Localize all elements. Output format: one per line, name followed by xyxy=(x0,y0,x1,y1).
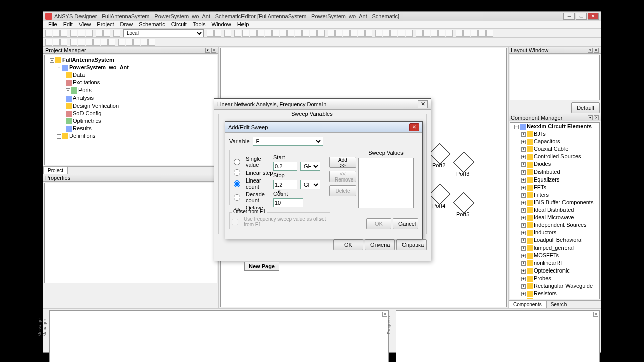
tree-root[interactable]: −FullAntennaSystem xyxy=(46,56,216,64)
comp-item[interactable]: +Filters xyxy=(510,191,599,199)
tool-s-icon[interactable] xyxy=(350,30,357,37)
decade-count-radio[interactable] xyxy=(234,194,240,201)
comp-item[interactable]: +FETs xyxy=(510,184,599,191)
port3[interactable]: Port3 xyxy=(456,155,471,177)
menu-help[interactable]: Help xyxy=(234,21,252,28)
project-tree[interactable]: −FullAntennaSystem −PowerSystem_wo_Ant D… xyxy=(44,55,217,165)
tool-o-icon[interactable] xyxy=(317,30,325,37)
comp-item[interactable]: +Ideal Microwave xyxy=(510,214,599,221)
comp-item[interactable]: +lumped_general xyxy=(510,244,599,252)
sweep-values-list[interactable] xyxy=(358,158,414,208)
tool-x-icon[interactable] xyxy=(390,30,397,37)
comp-item[interactable]: +Distributed xyxy=(510,168,599,176)
comp-item[interactable]: +Resistors xyxy=(510,290,599,297)
tree-designverif[interactable]: Design Verification xyxy=(46,102,216,110)
rect-icon[interactable] xyxy=(93,39,100,46)
comp-item[interactable]: +Capacitors xyxy=(510,138,599,145)
pan-icon[interactable] xyxy=(53,39,60,46)
offset-checkbox[interactable] xyxy=(232,219,238,225)
comp-item[interactable]: +Controlled Sources xyxy=(510,153,599,160)
comp-item[interactable]: +Optoelectronic xyxy=(510,267,599,275)
stop-unit-select[interactable]: GHz xyxy=(300,180,320,189)
menu-file[interactable]: File xyxy=(45,21,60,28)
help-button[interactable]: Справка xyxy=(396,239,427,250)
arc-icon[interactable] xyxy=(78,39,85,46)
close-button[interactable]: ✕ xyxy=(588,13,599,20)
tool-y-icon[interactable] xyxy=(398,30,405,37)
expand-icon[interactable]: + xyxy=(66,88,70,93)
start-input[interactable] xyxy=(273,162,297,171)
cut-icon[interactable] xyxy=(70,30,77,37)
tool-ad-icon[interactable] xyxy=(438,30,445,37)
comp-item[interactable]: +Diodes xyxy=(510,160,599,168)
tab-project[interactable]: Project xyxy=(43,167,68,174)
text-icon[interactable] xyxy=(108,39,115,46)
tab-components[interactable]: Components xyxy=(509,301,546,308)
select-icon[interactable] xyxy=(45,39,52,46)
minimize-button[interactable]: ─ xyxy=(564,13,575,20)
delete-button[interactable]: Delete xyxy=(329,185,356,196)
tool-l-icon[interactable] xyxy=(295,30,302,37)
tool-ab-icon[interactable] xyxy=(423,30,430,37)
tool-ah-icon[interactable] xyxy=(471,30,478,37)
panel-pin-icon[interactable]: ▾ xyxy=(588,48,593,53)
new-icon[interactable] xyxy=(45,30,52,37)
tool-v-icon[interactable] xyxy=(375,30,382,37)
port5[interactable]: Port5 xyxy=(456,195,471,217)
menu-edit[interactable]: Edit xyxy=(60,21,76,28)
port-icon[interactable] xyxy=(133,39,140,46)
comp-item[interactable]: +Inductors xyxy=(510,229,599,236)
tool-e-icon[interactable] xyxy=(242,30,249,37)
cancel-button[interactable]: Отмена xyxy=(365,239,395,250)
tool-ag-icon[interactable] xyxy=(463,30,470,37)
linear-step-radio[interactable] xyxy=(234,169,240,176)
dialog-titlebar[interactable]: Add/Edit Sweep ✕ xyxy=(225,122,422,133)
tool-c-icon[interactable] xyxy=(224,30,231,37)
expand-icon[interactable]: + xyxy=(57,134,61,139)
menu-draw[interactable]: Draw xyxy=(117,21,136,28)
count-input[interactable] xyxy=(273,198,303,207)
comp-item[interactable]: +Probes xyxy=(510,275,599,282)
ok-button[interactable]: OK xyxy=(333,239,363,250)
tool-ac-icon[interactable] xyxy=(431,30,438,37)
tree-excitations[interactable]: Excitations xyxy=(46,79,216,86)
maximize-button[interactable]: ▭ xyxy=(576,13,587,20)
panel-pin-icon[interactable]: ▾ xyxy=(588,115,593,120)
new-page-tab[interactable]: New Page xyxy=(244,262,279,271)
comp-item[interactable]: +MOSFETs xyxy=(510,252,599,259)
expand-icon[interactable]: − xyxy=(50,58,54,63)
tool-j-icon[interactable] xyxy=(280,30,287,37)
tree-sod[interactable]: SoD Config xyxy=(46,110,216,117)
single-value-radio[interactable] xyxy=(234,159,240,165)
tool-ae-icon[interactable] xyxy=(446,30,453,37)
tool-a-icon[interactable] xyxy=(207,30,214,37)
circle-icon[interactable] xyxy=(86,39,93,46)
expand-icon[interactable]: − xyxy=(57,66,61,70)
tree-analysis[interactable]: Analysis xyxy=(46,94,216,102)
tool-n-icon[interactable] xyxy=(310,30,317,37)
comp-item[interactable]: +Equalizers xyxy=(510,176,599,184)
stop-input[interactable] xyxy=(273,180,297,189)
dialog-close-icon[interactable]: ✕ xyxy=(409,123,419,131)
menu-project[interactable]: Project xyxy=(94,21,117,28)
tool-t-icon[interactable] xyxy=(358,30,365,37)
menu-view[interactable]: View xyxy=(76,21,94,28)
tab-search[interactable]: Search xyxy=(546,301,572,308)
tool-w-icon[interactable] xyxy=(383,30,390,37)
tree-design[interactable]: −PowerSystem_wo_Ant xyxy=(46,64,216,71)
tool-aj-icon[interactable] xyxy=(486,30,493,37)
properties-panel[interactable] xyxy=(44,183,217,283)
copy-icon[interactable] xyxy=(78,30,85,37)
tool-aa-icon[interactable] xyxy=(416,30,423,37)
comp-item[interactable]: +Loadpull Behavioral xyxy=(510,236,599,244)
comp-item[interactable]: +Independent Sources xyxy=(510,221,599,229)
tool-p-icon[interactable] xyxy=(328,30,335,37)
tool-g-icon[interactable] xyxy=(257,30,264,37)
ground-icon[interactable] xyxy=(126,39,133,46)
menu-circuit[interactable]: Circuit xyxy=(168,21,190,28)
menu-tools[interactable]: Tools xyxy=(190,21,209,28)
progress-panel[interactable]: ✕ xyxy=(396,310,600,362)
comp-item[interactable]: +nonlinearRF xyxy=(510,259,599,267)
message-panel[interactable]: ✕ xyxy=(49,310,389,362)
comp-item[interactable]: +S_Parameter_Elements xyxy=(510,297,599,299)
